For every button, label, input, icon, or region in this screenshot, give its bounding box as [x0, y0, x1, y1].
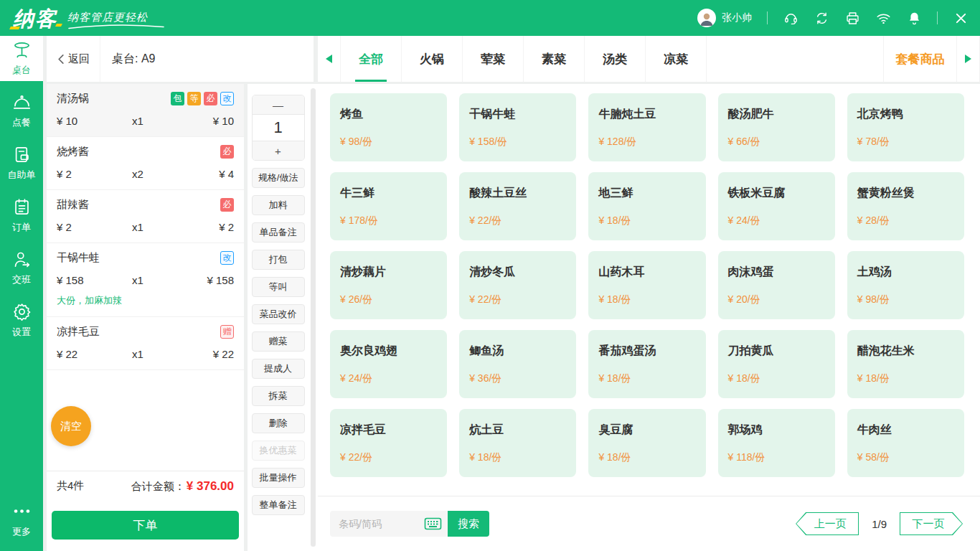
- prev-page-button[interactable]: 上一页: [796, 512, 859, 535]
- menu-item-card[interactable]: 臭豆腐 ¥ 18/份: [588, 409, 705, 477]
- menu-item-card[interactable]: 牛腩炖土豆 ¥ 128/份: [588, 93, 705, 161]
- printer-icon[interactable]: [844, 10, 860, 26]
- menu-item-card[interactable]: 北京烤鸭 ¥ 78/份: [847, 93, 964, 161]
- table-card: 返回 桌台: A9: [47, 36, 314, 82]
- category-tab[interactable]: 凉菜: [646, 36, 707, 82]
- menu-item-price: ¥ 18/份: [598, 451, 631, 464]
- next-page-button[interactable]: 下一页: [900, 512, 963, 535]
- menu-item-card[interactable]: 酸辣土豆丝 ¥ 22/份: [459, 172, 576, 240]
- bell-icon[interactable]: [906, 10, 922, 26]
- qty-plus-button[interactable]: +: [253, 141, 304, 160]
- menu-item-card[interactable]: 牛三鲜 ¥ 178/份: [330, 172, 447, 240]
- menu-item-card[interactable]: 山药木耳 ¥ 18/份: [588, 251, 705, 319]
- menu-item-card[interactable]: 炕土豆 ¥ 18/份: [459, 409, 576, 477]
- menu-item-card[interactable]: 郭场鸡 ¥ 118/份: [718, 409, 835, 477]
- action-button[interactable]: 加料: [252, 195, 305, 215]
- back-button[interactable]: 返回: [47, 36, 100, 82]
- action-button[interactable]: 打包: [252, 250, 305, 270]
- user-menu[interactable]: 张小帅: [697, 9, 752, 27]
- sidebar-item-tables[interactable]: 桌台: [0, 36, 43, 81]
- menu-item-price: ¥ 18/份: [469, 451, 501, 464]
- menu-item-price: ¥ 158/份: [469, 136, 507, 149]
- clear-order-button[interactable]: 清空: [51, 406, 91, 446]
- menu-item-card[interactable]: 土鸡汤 ¥ 98/份: [847, 251, 964, 319]
- category-tab[interactable]: 汤类: [585, 36, 646, 82]
- scroll-zone: [308, 84, 318, 551]
- menu-item-name: 凉拌毛豆: [340, 423, 437, 438]
- action-button[interactable]: 单品备注: [252, 222, 305, 242]
- order-item-qty: x1: [132, 274, 184, 286]
- category-tab[interactable]: 荤菜: [463, 36, 524, 82]
- menu-item-card[interactable]: 蟹黄粉丝煲 ¥ 28/份: [847, 172, 964, 240]
- total-value: ¥ 376.00: [187, 479, 234, 494]
- wifi-icon[interactable]: [875, 10, 891, 26]
- menu-item-card[interactable]: 刀拍黄瓜 ¥ 18/份: [718, 330, 835, 398]
- order-item[interactable]: 清汤锅 包等必改 ¥ 10 x1 ¥ 10: [47, 84, 244, 137]
- sidebar-item-more[interactable]: 更多: [0, 497, 43, 542]
- action-button[interactable]: 等叫: [252, 277, 305, 297]
- menu-item-name: 刀拍黄瓜: [728, 344, 825, 359]
- order-item-price: ¥ 158: [57, 274, 132, 286]
- menu-item-card[interactable]: 清炒藕片 ¥ 26/份: [330, 251, 447, 319]
- menu-item-price: ¥ 98/份: [857, 293, 890, 306]
- menu-item-card[interactable]: 酸汤肥牛 ¥ 66/份: [718, 93, 835, 161]
- order-item[interactable]: 凉拌毛豆 赠 ¥ 22 x1 ¥ 22: [47, 317, 244, 370]
- scrollbar[interactable]: [311, 88, 316, 547]
- sidebar-item-orders[interactable]: 订单: [0, 193, 43, 238]
- order-item[interactable]: 干锅牛蛙 改 ¥ 158 x1 ¥ 158: [47, 243, 244, 317]
- menu-item-card[interactable]: 地三鲜 ¥ 18/份: [588, 172, 705, 240]
- tabs-scroll-right-button[interactable]: [957, 36, 980, 82]
- action-button[interactable]: 换优惠菜: [252, 441, 305, 461]
- sidebar-item-settings[interactable]: 设置: [0, 298, 43, 343]
- menu-item-card[interactable]: 醋泡花生米 ¥ 18/份: [847, 330, 964, 398]
- menu-item-card[interactable]: 牛肉丝 ¥ 58/份: [847, 409, 964, 477]
- table-title: 桌台: A9: [112, 52, 155, 67]
- action-button[interactable]: 提成人: [252, 359, 305, 379]
- close-icon[interactable]: [953, 10, 969, 26]
- menu-item-card[interactable]: 凉拌毛豆 ¥ 22/份: [330, 409, 447, 477]
- menu-item-price: ¥ 20/份: [728, 293, 760, 306]
- category-tab[interactable]: 素菜: [524, 36, 585, 82]
- order-item-total: ¥ 158: [184, 274, 234, 286]
- order-item[interactable]: 烧烤酱 必 ¥ 2 x2 ¥ 4: [47, 137, 244, 190]
- menu-item-card[interactable]: 烤鱼 ¥ 98/份: [330, 93, 447, 161]
- sync-icon[interactable]: [814, 10, 829, 26]
- sidebar-item-shift[interactable]: 交班: [0, 245, 43, 291]
- menu-item-card[interactable]: 奥尔良鸡翅 ¥ 24/份: [330, 330, 447, 398]
- tabs-scroll-left-button[interactable]: [318, 36, 341, 82]
- qty-minus-button[interactable]: —: [253, 95, 304, 114]
- action-button[interactable]: 删除: [252, 413, 305, 433]
- order-item-total: ¥ 10: [184, 115, 234, 127]
- menu-item-card[interactable]: 肉沫鸡蛋 ¥ 20/份: [718, 251, 835, 319]
- support-icon[interactable]: [783, 10, 798, 26]
- menu-item-card[interactable]: 鲫鱼汤 ¥ 36/份: [459, 330, 576, 398]
- menu-item-name: 鲫鱼汤: [469, 344, 566, 359]
- action-button[interactable]: 菜品改价: [252, 304, 305, 324]
- sidebar-item-order-food[interactable]: 点餐: [0, 88, 43, 133]
- order-item[interactable]: 甜辣酱 必 ¥ 2 x1 ¥ 2: [47, 190, 244, 243]
- action-button[interactable]: 赠菜: [252, 331, 305, 352]
- order-item-badge: 必: [204, 92, 217, 105]
- category-tab[interactable]: 火锅: [402, 36, 463, 82]
- combo-products-tab[interactable]: 套餐商品: [884, 36, 957, 82]
- menu-item-name: 地三鲜: [598, 186, 695, 201]
- action-button[interactable]: 拆菜: [252, 386, 305, 406]
- qty-value: 1: [253, 114, 304, 141]
- menu-item-card[interactable]: 番茄鸡蛋汤 ¥ 18/份: [588, 330, 705, 398]
- menu-item-name: 北京烤鸭: [857, 107, 954, 122]
- action-button[interactable]: 规格/做法: [252, 168, 305, 188]
- action-button[interactable]: 整单备注: [252, 495, 305, 515]
- order-item-badge: 改: [220, 251, 234, 265]
- submit-order-button[interactable]: 下单: [52, 511, 239, 540]
- action-button[interactable]: 批量操作: [252, 468, 305, 488]
- sidebar-item-self-order[interactable]: 自助单: [0, 141, 43, 186]
- sidebar-item-label: 订单: [12, 221, 31, 234]
- category-tab[interactable]: 全部: [341, 36, 402, 82]
- keyboard-icon[interactable]: [424, 517, 442, 531]
- more-dots-icon: [12, 501, 32, 523]
- search-button[interactable]: 搜索: [448, 511, 489, 537]
- menu-item-card[interactable]: 铁板米豆腐 ¥ 24/份: [718, 172, 835, 240]
- menu-item-card[interactable]: 干锅牛蛙 ¥ 158/份: [459, 93, 576, 161]
- menu-item-card[interactable]: 清炒冬瓜 ¥ 22/份: [459, 251, 576, 319]
- menu-item-name: 臭豆腐: [598, 423, 695, 438]
